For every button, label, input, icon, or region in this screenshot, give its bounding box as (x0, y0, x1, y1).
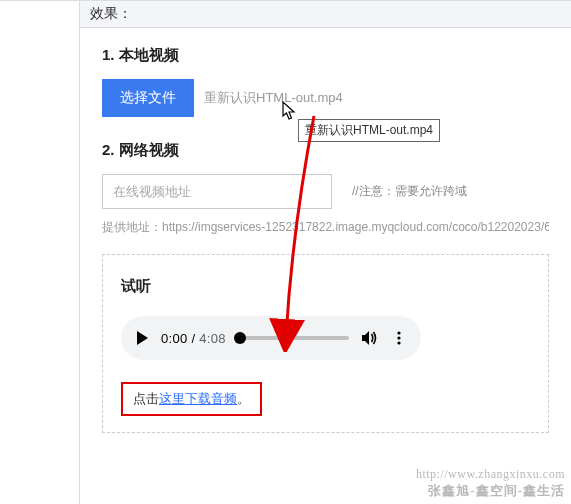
download-highlight-box: 点击这里下载音频。 (121, 382, 262, 416)
download-suffix: 。 (237, 391, 250, 406)
volume-button[interactable] (359, 328, 379, 348)
download-audio-link[interactable]: 这里下载音频 (159, 391, 237, 406)
cors-note: //注意：需要允许跨域 (352, 183, 467, 200)
select-file-button[interactable]: 选择文件 (102, 79, 194, 117)
audio-seek-track[interactable] (236, 336, 349, 340)
filename-tooltip: 重新认识HTML-out.mp4 (298, 119, 440, 142)
sample-url-hint: 提供地址：https://imgservices-1252317822.imag… (102, 219, 549, 236)
svg-point-2 (397, 341, 400, 344)
audio-time: 0:00 / 4:08 (161, 331, 226, 346)
effect-header: 效果： (80, 0, 571, 28)
section-local-video-title: 1. 本地视频 (102, 46, 549, 65)
play-button[interactable] (133, 329, 151, 347)
svg-point-0 (397, 331, 400, 334)
download-prefix: 点击 (133, 391, 159, 406)
left-sidebar (0, 0, 80, 504)
volume-icon (359, 328, 379, 348)
selected-filename: 重新认识HTML-out.mp4 (204, 89, 343, 107)
audio-menu-button[interactable] (389, 330, 409, 346)
play-icon (133, 329, 151, 347)
preview-box: 试听 0:00 / 4:08 (102, 254, 549, 433)
section-network-video-title: 2. 网络视频 (102, 141, 549, 160)
online-video-url-input[interactable] (102, 174, 332, 209)
listen-title: 试听 (121, 277, 530, 296)
audio-player: 0:00 / 4:08 (121, 316, 421, 360)
kebab-menu-icon (391, 330, 407, 346)
svg-point-1 (397, 336, 400, 339)
